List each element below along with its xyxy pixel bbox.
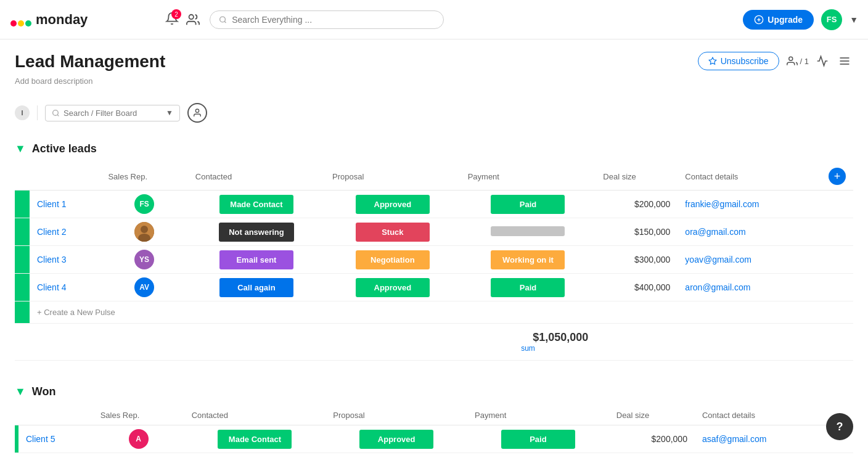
won-col-deal-size: Deal size — [609, 406, 695, 425]
row-proposal[interactable]: Approved — [325, 274, 461, 301]
row-sales-rep: FS — [100, 191, 187, 218]
notification-badge: 2 — [171, 9, 181, 19]
filter-search-icon — [52, 109, 60, 117]
row-name-cell[interactable]: Client 5 — [18, 425, 93, 453]
unsubscribe-button[interactable]: Unsubscribe — [698, 52, 779, 70]
menu-icon — [838, 55, 851, 67]
board-title-area: Lead Management — [15, 52, 165, 72]
search-input[interactable] — [232, 15, 435, 25]
active-leads-chevron[interactable]: ▼ — [15, 142, 26, 155]
members-icon[interactable]: / 1 — [787, 55, 809, 67]
sum-empty-2 — [596, 324, 678, 361]
filter-dropdown-arrow[interactable]: ▼ — [166, 109, 173, 117]
row-payment[interactable] — [461, 218, 596, 246]
sum-empty-cell — [15, 324, 30, 361]
sum-empty-cell — [188, 324, 325, 361]
search-bar[interactable] — [210, 10, 444, 29]
col-sales-rep: Sales Rep. — [100, 163, 187, 191]
col-add: + — [821, 163, 853, 191]
won-chevron[interactable]: ▼ — [15, 385, 26, 398]
row-name-cell[interactable]: Client 2 — [30, 218, 100, 246]
row-payment[interactable]: Working on it — [461, 246, 596, 274]
row-name-cell[interactable]: Client 3 — [30, 246, 100, 274]
divider — [37, 105, 38, 120]
row-sales-rep: AV — [100, 274, 187, 301]
active-leads-body: Client 1FSMade ContactApprovedPaid$200,0… — [15, 191, 853, 361]
col-deal-size: Deal size — [596, 163, 678, 191]
help-button[interactable]: ? — [826, 413, 853, 440]
team-icon-button[interactable] — [184, 10, 202, 29]
create-pulse-button[interactable]: + Create a New Pulse — [30, 301, 821, 324]
won-col-contact-details: Contact details — [695, 406, 829, 425]
row-sales-rep: YS — [100, 246, 187, 274]
row-contact-email[interactable]: aron@gmail.com — [678, 274, 821, 301]
team-icon — [186, 13, 200, 27]
main-content: Lead Management Unsubscribe / 1 — [0, 39, 868, 455]
star-icon — [708, 57, 717, 65]
row-proposal[interactable]: Approved — [326, 425, 467, 453]
row-indicator — [15, 274, 30, 301]
row-contacted[interactable]: Email sent — [188, 246, 325, 274]
upgrade-button[interactable]: Upgrade — [743, 10, 814, 30]
user-avatar[interactable]: FS — [821, 9, 842, 30]
filter-toggle[interactable]: I — [15, 105, 30, 120]
svg-point-1 — [18, 20, 24, 27]
notifications-bell[interactable]: 2 — [165, 12, 179, 27]
row-contact-email[interactable]: ora@gmail.com — [678, 218, 821, 246]
row-extra — [821, 246, 853, 274]
active-leads-table: Sales Rep. Contacted Proposal Payment De… — [15, 163, 853, 361]
row-payment[interactable]: Paid — [461, 191, 596, 218]
row-contacted[interactable]: Not answering — [188, 218, 325, 246]
add-column-button[interactable]: + — [829, 168, 846, 185]
activity-button[interactable] — [814, 52, 831, 70]
nav-icons: 2 — [165, 10, 202, 29]
won-col-proposal: Proposal — [326, 406, 467, 425]
row-deal-size: $150,000 — [596, 218, 678, 246]
row-contact-email[interactable]: asaf@gmail.com — [695, 425, 829, 453]
row-contact-email[interactable]: frankie@gmail.com — [678, 191, 821, 218]
won-header-row: Sales Rep. Contacted Proposal Payment De… — [15, 406, 853, 425]
row-proposal[interactable]: Negotiation — [325, 246, 461, 274]
active-leads-title: Active leads — [32, 142, 97, 155]
search-filter-bar[interactable]: ▼ — [45, 105, 180, 121]
row-contacted[interactable]: Call again — [188, 274, 325, 301]
svg-point-4 — [220, 17, 226, 22]
sum-row: $1,050,000sum — [15, 324, 853, 361]
row-indicator — [15, 218, 30, 246]
row-sales-rep — [100, 218, 187, 246]
row-deal-size: $200,000 — [596, 191, 678, 218]
active-leads-group: ▼ Active leads Sales Rep. Contacted Prop… — [15, 142, 853, 361]
row-proposal[interactable]: Stuck — [325, 218, 461, 246]
row-indicator — [15, 191, 30, 218]
board-actions: Unsubscribe / 1 — [698, 52, 853, 70]
board-header: Lead Management Unsubscribe / 1 — [15, 52, 853, 72]
active-leads-header: ▼ Active leads — [15, 142, 853, 155]
filter-search-input[interactable] — [63, 109, 162, 118]
board-description[interactable]: Add board description — [15, 76, 853, 86]
row-extra — [821, 218, 853, 246]
person-filter[interactable] — [187, 103, 207, 123]
row-deal-size: $300,000 — [596, 246, 678, 274]
row-contacted[interactable]: Made Contact — [184, 425, 326, 453]
row-contact-email[interactable]: yoav@gmail.com — [678, 246, 821, 274]
row-payment[interactable]: Paid — [467, 425, 609, 453]
row-contacted[interactable]: Made Contact — [188, 191, 325, 218]
monday-logo-icon — [10, 12, 32, 27]
sum-empty-cell — [30, 324, 100, 361]
menu-button[interactable] — [836, 52, 853, 70]
row-proposal[interactable]: Approved — [325, 191, 461, 218]
won-body: Client 5AMade ContactApprovedPaid$200,00… — [15, 425, 853, 453]
row-name-cell[interactable]: Client 1 — [30, 191, 100, 218]
row-extra — [821, 274, 853, 301]
row-name-cell[interactable]: Client 4 — [30, 274, 100, 301]
row-extra — [821, 191, 853, 218]
create-pulse-indicator — [15, 301, 30, 324]
avatar-caret[interactable]: ▼ — [850, 15, 858, 25]
row-payment[interactable]: Paid — [461, 274, 596, 301]
won-col-contacted: Contacted — [184, 406, 326, 425]
sum-empty-cell — [325, 324, 461, 361]
svg-point-0 — [10, 20, 17, 27]
indicator-header — [15, 163, 30, 191]
won-table: Sales Rep. Contacted Proposal Payment De… — [15, 406, 853, 453]
won-col-payment: Payment — [467, 406, 609, 425]
